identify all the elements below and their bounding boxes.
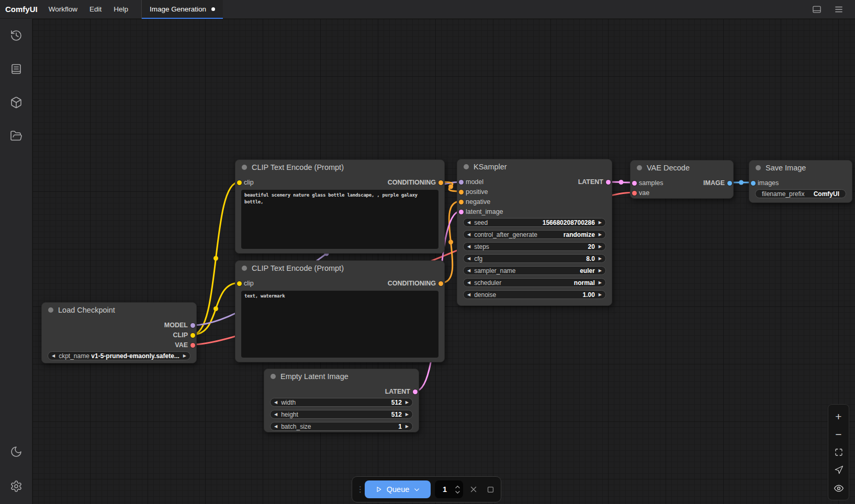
collapse-dot[interactable]: [637, 165, 642, 170]
output-port-MODEL[interactable]: [190, 323, 195, 328]
node-clip-text-encode-negative[interactable]: CLIP Text Encode (Prompt)clipCONDITIONIN…: [235, 260, 445, 362]
prompt-textarea[interactable]: text, watermark: [241, 291, 438, 358]
node-empty-latent-image[interactable]: Empty Latent ImageLATENT◀width512▶◀heigh…: [264, 369, 419, 432]
node-clip-text-encode-positive[interactable]: CLIP Text Encode (Prompt)clipCONDITIONIN…: [235, 159, 445, 254]
menu-workflow[interactable]: Workflow: [49, 5, 77, 13]
decrement-arrow-icon[interactable]: ◀: [464, 242, 474, 251]
hamburger-menu-icon[interactable]: [833, 4, 845, 15]
decrement-arrow-icon[interactable]: ◀: [464, 266, 474, 275]
increment-arrow-icon[interactable]: ▶: [595, 230, 605, 239]
input-port-negative[interactable]: [459, 200, 464, 204]
menu-help[interactable]: Help: [114, 5, 128, 13]
decrement-arrow-icon[interactable]: ◀: [271, 398, 281, 407]
menu-edit[interactable]: Edit: [89, 5, 102, 13]
widget-height[interactable]: ◀height512▶: [270, 410, 413, 419]
decrement-arrow-icon[interactable]: ◀: [464, 254, 474, 263]
output-port-label: VAE: [175, 340, 188, 350]
output-port-CONDITIONING[interactable]: [438, 281, 443, 286]
theme-moon-icon[interactable]: [10, 445, 22, 458]
zoom-in-button[interactable]: +: [833, 410, 845, 422]
zoom-out-button[interactable]: −: [833, 428, 845, 441]
node-vae-decode[interactable]: VAE DecodesamplesIMAGEvae: [630, 160, 734, 199]
widget-filename_prefix[interactable]: filename_prefixComfyUI: [755, 189, 846, 198]
input-port-model[interactable]: [459, 180, 464, 185]
decrement-arrow-icon[interactable]: ◀: [271, 422, 281, 431]
output-port-LATENT[interactable]: [413, 390, 418, 394]
node-title-bar[interactable]: KSampler: [457, 159, 612, 174]
node-title-bar[interactable]: Save Image: [749, 161, 852, 175]
model-library-icon[interactable]: [10, 96, 22, 109]
increment-arrow-icon[interactable]: ▶: [595, 242, 605, 251]
tab-image-generation[interactable]: Image Generation: [141, 0, 223, 19]
stepper-down-icon[interactable]: [455, 490, 460, 494]
clear-queue-x-icon[interactable]: [467, 483, 480, 496]
output-port-CLIP[interactable]: [190, 333, 195, 338]
decrement-arrow-icon[interactable]: ◀: [464, 278, 474, 287]
history-icon[interactable]: [10, 29, 22, 42]
output-port-VAE[interactable]: [190, 343, 195, 348]
decrement-arrow-icon[interactable]: ◀: [464, 230, 474, 239]
decrement-arrow-icon[interactable]: ◀: [464, 290, 474, 299]
widget-steps[interactable]: ◀steps20▶: [463, 242, 606, 251]
input-port-clip[interactable]: [237, 281, 242, 286]
output-port-LATENT[interactable]: [606, 180, 611, 185]
decrement-arrow-icon[interactable]: ◀: [271, 410, 281, 419]
increment-arrow-icon[interactable]: ▶: [595, 278, 605, 287]
increment-arrow-icon[interactable]: ▶: [595, 254, 605, 263]
node-title-bar[interactable]: CLIP Text Encode (Prompt): [235, 261, 444, 276]
workflows-folder-icon[interactable]: [10, 130, 22, 142]
collapse-dot[interactable]: [756, 165, 761, 170]
widget-scheduler[interactable]: ◀schedulernormal▶: [463, 278, 606, 287]
collapse-dot[interactable]: [48, 307, 53, 313]
increment-arrow-icon[interactable]: ▶: [402, 422, 412, 431]
output-port-IMAGE[interactable]: [727, 181, 732, 186]
input-port-positive[interactable]: [459, 190, 464, 194]
widget-batch_size[interactable]: ◀batch_size1▶: [270, 422, 413, 431]
node-title-bar[interactable]: Empty Latent Image: [264, 369, 419, 384]
widget-cfg[interactable]: ◀cfg8.0▶: [463, 254, 606, 263]
collapse-dot[interactable]: [242, 266, 247, 271]
increment-arrow-icon[interactable]: ▶: [595, 290, 605, 299]
widget-ckpt_name[interactable]: ◀ckpt_namev1-5-pruned-emaonly.safete...▶: [48, 351, 190, 360]
queue-list-icon[interactable]: [10, 63, 22, 75]
bottom-panel-icon[interactable]: [811, 4, 823, 15]
pointer-mode-button[interactable]: [833, 464, 845, 476]
increment-arrow-icon[interactable]: ▶: [595, 218, 605, 227]
settings-gear-icon[interactable]: [10, 480, 22, 492]
increment-arrow-icon[interactable]: ▶: [595, 266, 605, 275]
collapse-dot[interactable]: [271, 374, 276, 379]
collapse-dot[interactable]: [242, 165, 247, 170]
input-port-samples[interactable]: [632, 181, 637, 186]
node-load-checkpoint[interactable]: Load CheckpointMODELCLIPVAE◀ckpt_namev1-…: [41, 302, 197, 363]
widget-width[interactable]: ◀width512▶: [270, 398, 413, 407]
widget-seed[interactable]: ◀seed156680208700286▶: [463, 218, 606, 227]
collapse-dot[interactable]: [464, 164, 469, 169]
node-title-text: Save Image: [766, 164, 806, 172]
node-ksampler[interactable]: KSamplermodelLATENTpositivenegativelaten…: [457, 159, 612, 306]
output-port-CONDITIONING[interactable]: [438, 180, 443, 185]
node-save-image[interactable]: Save Imageimagesfilename_prefixComfyUI: [749, 160, 852, 203]
stepper-up-icon[interactable]: [455, 485, 460, 489]
input-port-clip[interactable]: [237, 180, 242, 185]
queue-button[interactable]: Queue: [365, 480, 431, 498]
input-port-images[interactable]: [751, 181, 756, 186]
prompt-textarea[interactable]: beautiful scenery nature glass bottle la…: [241, 190, 438, 249]
widget-denoise[interactable]: ◀denoise1.00▶: [463, 290, 606, 299]
stop-square-icon[interactable]: [484, 483, 497, 496]
node-title-bar[interactable]: CLIP Text Encode (Prompt): [235, 160, 444, 175]
input-port-latent_image[interactable]: [459, 210, 464, 214]
node-title-bar[interactable]: Load Checkpoint: [42, 303, 196, 317]
increment-arrow-icon[interactable]: ▶: [402, 398, 412, 407]
increment-arrow-icon[interactable]: ▶: [179, 351, 190, 360]
drag-handle[interactable]: ⋮: [356, 485, 361, 494]
increment-arrow-icon[interactable]: ▶: [402, 410, 412, 419]
decrement-arrow-icon[interactable]: ◀: [48, 351, 59, 360]
node-title-bar[interactable]: VAE Decode: [631, 161, 733, 175]
toggle-link-visibility-button[interactable]: [833, 482, 845, 495]
decrement-arrow-icon[interactable]: ◀: [464, 218, 474, 227]
batch-count-input[interactable]: 1: [435, 480, 463, 498]
input-port-vae[interactable]: [632, 191, 637, 196]
widget-sampler_name[interactable]: ◀sampler_nameeuler▶: [463, 266, 606, 275]
widget-control_after_generate[interactable]: ◀control_after_generaterandomize▶: [463, 230, 606, 239]
fit-view-button[interactable]: [833, 446, 845, 459]
